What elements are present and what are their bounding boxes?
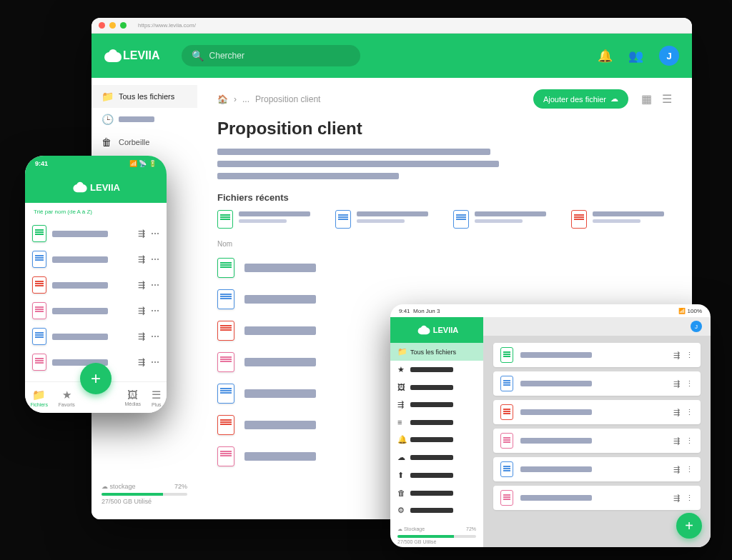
tablet-nav-item[interactable]: 🖼	[390, 379, 483, 396]
more-icon[interactable]: ⋮	[686, 465, 693, 474]
share-icon: ⇶	[397, 400, 405, 409]
file-row[interactable]	[217, 252, 672, 284]
nav-media[interactable]: 🖼Médias	[124, 389, 141, 406]
upload-cloud-icon: ☁	[610, 94, 618, 104]
share-icon[interactable]: ⇶	[673, 436, 680, 446]
recent-files-heading: Fichiers récents	[217, 192, 672, 203]
file-icon	[217, 258, 234, 278]
tablet-nav-item[interactable]: ★	[390, 361, 483, 379]
file-row[interactable]: ⇶⋮	[493, 371, 701, 396]
share-icon[interactable]: ⇶	[138, 357, 145, 367]
share-icon[interactable]: ⇶	[138, 331, 145, 341]
nav-files[interactable]: 📁Fichiers	[30, 389, 48, 407]
users-icon[interactable]: 👥	[628, 49, 643, 64]
more-icon[interactable]: ⋮	[686, 436, 693, 446]
more-icon[interactable]: ⋯	[151, 306, 159, 316]
tablet-nav-all-files[interactable]: 📁Tous les fichiers	[390, 343, 483, 361]
file-row[interactable]: ⇶⋯	[32, 272, 159, 298]
file-icon	[335, 210, 351, 229]
tablet-nav-item[interactable]: ⬆	[390, 466, 483, 484]
share-icon[interactable]: ⇶	[673, 379, 680, 389]
placeholder-text	[217, 149, 490, 155]
placeholder-text	[217, 161, 499, 167]
sidebar-item-trash[interactable]: 🗑Corbeille	[92, 131, 197, 154]
file-row[interactable]: ⇶⋯	[32, 298, 159, 324]
bell-icon[interactable]: 🔔	[598, 49, 613, 64]
more-icon[interactable]: ⋮	[686, 408, 693, 417]
app-header: LEVIIA 🔍 🔔 👥 J	[92, 34, 692, 78]
file-row[interactable]: ⇶⋮	[493, 343, 701, 367]
more-icon[interactable]: ⋮	[686, 379, 693, 389]
add-fab-button[interactable]: +	[80, 363, 112, 394]
recent-file[interactable]	[335, 210, 436, 229]
avatar[interactable]: J	[659, 46, 679, 66]
tablet-nav-item[interactable]: 🔔	[390, 431, 483, 449]
maximize-window-dot[interactable]	[120, 22, 127, 29]
nav-more[interactable]: ☰Plus	[152, 389, 162, 407]
cloud-storage-icon: ☁ stockage	[102, 483, 136, 490]
tablet-nav-item[interactable]: 🗑	[390, 484, 483, 501]
phone-mockup: 9:41 📶 📡 🔋 LEVIIA Trié par nom (de A à Z…	[25, 156, 167, 413]
star-icon: ★	[62, 389, 71, 401]
add-files-button[interactable]: Ajouter des fichier☁	[533, 89, 628, 109]
brand-logo[interactable]: LEVIIA	[104, 49, 160, 62]
share-icon[interactable]: ⇶	[138, 254, 145, 264]
more-icon[interactable]: ⋯	[151, 229, 159, 239]
signal-icons: 📶 📡 🔋	[129, 160, 157, 167]
file-icon	[217, 321, 234, 341]
file-row[interactable]: ⇶⋯	[32, 324, 159, 349]
tablet-nav-item[interactable]: ⚙	[390, 501, 483, 519]
tablet-nav-item[interactable]: ≡	[390, 414, 483, 431]
share-icon[interactable]: ⇶	[673, 408, 680, 417]
sidebar-item-recent[interactable]: 🕒	[92, 108, 197, 131]
file-icon	[32, 225, 46, 242]
column-header-name: Nom	[217, 240, 672, 248]
phone-header: LEVIIA	[25, 171, 167, 203]
recent-file[interactable]	[453, 210, 554, 229]
recent-file[interactable]	[571, 210, 672, 229]
image-icon: 🖼	[397, 383, 405, 391]
tablet-statusbar: 9:41 Mon Jun 3 📶 100%	[390, 304, 711, 317]
file-icon	[500, 347, 513, 363]
share-icon[interactable]: ⇶	[138, 280, 145, 290]
file-icon	[500, 433, 513, 449]
search-box[interactable]: 🔍	[182, 45, 360, 66]
share-icon[interactable]: ⇶	[673, 351, 680, 360]
file-row[interactable]: ⇶⋯	[32, 221, 159, 246]
more-icon[interactable]: ⋯	[151, 357, 159, 367]
file-row[interactable]: ⇶⋮	[493, 457, 701, 481]
more-icon[interactable]: ⋯	[151, 254, 159, 264]
share-icon[interactable]: ⇶	[673, 465, 680, 474]
home-icon[interactable]: 🏠	[217, 94, 228, 104]
list-view-icon[interactable]: ☰	[662, 92, 672, 106]
add-fab-button[interactable]: +	[676, 513, 702, 539]
avatar[interactable]: J	[691, 321, 702, 332]
minimize-window-dot[interactable]	[109, 22, 116, 29]
search-icon: 🔍	[192, 50, 204, 61]
share-icon[interactable]: ⇶	[673, 494, 680, 503]
search-input[interactable]	[209, 51, 350, 61]
file-row[interactable]: ⇶⋮	[493, 400, 701, 424]
tablet-nav-item[interactable]: ⇶	[390, 396, 483, 414]
sort-label[interactable]: Trié par nom (de A à Z)	[25, 203, 167, 221]
file-row[interactable]: ⇶⋮	[493, 429, 701, 453]
close-window-dot[interactable]	[99, 22, 105, 29]
storage-bar	[397, 535, 476, 538]
tablet-nav-item[interactable]: ☁	[390, 449, 483, 466]
more-icon[interactable]: ⋯	[151, 331, 159, 341]
grid-view-icon[interactable]: ▦	[641, 92, 652, 106]
more-icon[interactable]: ⋮	[686, 351, 693, 360]
share-icon[interactable]: ⇶	[138, 306, 145, 316]
file-row[interactable]: ⇶⋮	[493, 486, 701, 510]
share-icon[interactable]: ⇶	[138, 229, 145, 239]
nav-favorites[interactable]: ★Favoris	[59, 389, 75, 407]
lines-icon: ≡	[397, 418, 405, 426]
tablet-logo[interactable]: LEVIIA	[390, 317, 483, 343]
sidebar-item-all-files[interactable]: 📁Tous les fichiers	[92, 85, 197, 108]
recent-file[interactable]	[217, 210, 318, 229]
more-icon[interactable]: ⋮	[686, 494, 693, 503]
more-icon[interactable]: ⋯	[151, 280, 159, 290]
placeholder-text	[217, 173, 399, 179]
file-row[interactable]: ⇶⋯	[32, 246, 159, 272]
window-titlebar: https://www.leviia.com/	[92, 18, 692, 34]
